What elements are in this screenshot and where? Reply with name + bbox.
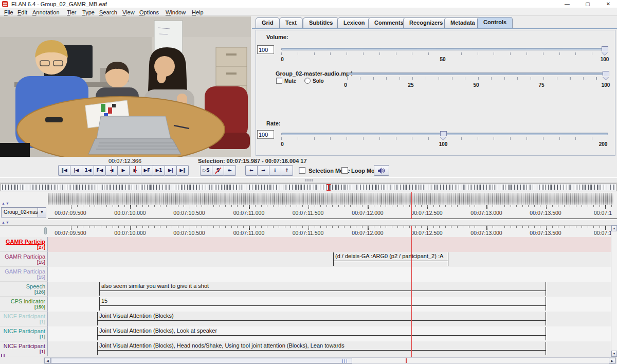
next-frame-button[interactable]: ▶F (141, 165, 153, 176)
collapse-expand-icon[interactable]: ▲▼ (2, 202, 10, 205)
pixel-right-button[interactable]: ▶ (129, 165, 141, 176)
previous-frame-button[interactable]: F◀ (94, 165, 106, 176)
tier-label-nice-participant-3[interactable]: NICE Participant [1] (0, 341, 48, 356)
menu-help[interactable]: Help (192, 9, 204, 16)
previous-scrollview-button[interactable]: |◀ (70, 165, 82, 176)
audio-toggle-button[interactable] (374, 165, 389, 176)
menu-file[interactable]: File (4, 9, 13, 16)
ruler-label: 00:07:11.500 (285, 230, 331, 236)
close-button[interactable]: ✕ (600, 0, 617, 8)
second-right-button[interactable]: ▶1 (153, 165, 165, 176)
volume-tick-50: 50 (427, 57, 458, 62)
ruler-label: 00:07:12.000 (344, 210, 391, 216)
solo-label: Solo (313, 78, 324, 84)
track-slider-thumb[interactable] (603, 71, 609, 76)
rate-input[interactable] (257, 130, 274, 139)
annotation-speech[interactable]: also seem similar you want to give it a … (99, 282, 546, 296)
annotation-cps[interactable]: 15 (99, 297, 546, 311)
selection-right-button[interactable]: → (257, 165, 269, 176)
tab-controls[interactable]: Controls (477, 17, 513, 28)
tier-row: GAMR Particip [27] (0, 237, 611, 252)
annotation-ruler-ticks (48, 226, 611, 230)
menu-window[interactable]: Window (166, 9, 186, 16)
volume-tick-0: 0 (267, 57, 298, 62)
tier-down-button[interactable]: ↓ (269, 165, 281, 176)
annotation-nice-2[interactable]: Joint Visual Attention (Blocks), Look at… (97, 327, 546, 340)
tier-label-cps-indicator[interactable]: CPS indicator [150] (0, 297, 48, 312)
chevron-down-icon[interactable]: ▼ (38, 208, 46, 217)
tab-metadata[interactable]: Metadata (444, 17, 481, 28)
current-time: 00:07:12.366 (89, 158, 161, 164)
scroll-up-icon[interactable]: ▲ (611, 225, 617, 231)
tier-handle-marks (1, 354, 6, 357)
go-to-begin-button[interactable]: ‖◀ (58, 165, 70, 176)
pixel-left-button[interactable]: ◀ (105, 165, 118, 176)
minimize-button[interactable]: — (558, 0, 576, 8)
play-pause-button[interactable]: ▶ (117, 165, 130, 176)
vertical-scrollbar[interactable]: ▲ ▼ (611, 225, 617, 357)
tier-label-nice-participant-1[interactable]: NICE Participant [1] (0, 312, 48, 326)
menu-options[interactable]: Options (139, 9, 159, 16)
menu-search[interactable]: Search (99, 9, 117, 16)
menu-annotation[interactable]: Annotation (32, 9, 60, 16)
ruler-label: 00:07:1 (594, 230, 611, 236)
collapse-expand-icon[interactable]: ▲▼ (2, 221, 10, 224)
solo-radio[interactable] (304, 78, 311, 84)
scroll-down-icon[interactable]: ▼ (611, 351, 617, 357)
waveform-ruler-row[interactable]: 00:07:09.500 00:07:10.000 00:07:10.500 0… (0, 205, 617, 220)
menu-edit[interactable]: Edit (17, 9, 27, 16)
crosshair-to-selection-button[interactable]: ⇤ (224, 165, 236, 176)
tab-lexicon[interactable]: Lexicon (337, 17, 371, 28)
ruler-label: 00:07:11.000 (226, 210, 272, 216)
selection-mode-checkbox[interactable] (299, 167, 305, 174)
annotation-nice-1[interactable]: Joint Visual Attention (Blocks) (97, 312, 546, 325)
menu-view[interactable]: View (122, 9, 135, 16)
tab-recognizers[interactable]: Recognizers (403, 17, 449, 28)
volume-slider-thumb[interactable] (602, 46, 608, 51)
ruler-label: 00:07:13.500 (522, 230, 569, 236)
tier-label-gamr-particip-3[interactable]: GAMR Participa [15] (0, 267, 48, 282)
tab-subtitles[interactable]: Subtitles (303, 17, 339, 28)
tier-panel-grip[interactable] (44, 227, 47, 234)
waveform[interactable] (48, 193, 613, 205)
selection-left-button[interactable]: ← (245, 165, 258, 176)
tier-label-speech[interactable]: Speech [126] (0, 282, 48, 297)
annotation-deixis[interactable]: (d / deixis-GA :ARG0 (p2 / participant_2… (333, 252, 448, 266)
density-bar[interactable] (1, 183, 616, 191)
tier-up-button[interactable]: ↑ (281, 165, 293, 176)
splitter-grip[interactable] (305, 179, 314, 181)
track-volume-slider[interactable] (347, 72, 609, 75)
ruler-label: 00:07:11.000 (226, 230, 272, 236)
rate-tick-0: 0 (267, 141, 298, 147)
play-selection-button[interactable]: ▷S (200, 165, 212, 176)
volume-slider[interactable] (281, 48, 608, 50)
go-to-end-button[interactable]: ▶‖ (176, 165, 189, 176)
loop-mode-checkbox[interactable] (341, 167, 348, 174)
tier-content-gamr-particip-1[interactable] (48, 237, 611, 252)
scroll-left-icon[interactable]: ◀ (44, 358, 51, 363)
next-scrollview-button[interactable]: ▶| (165, 165, 177, 176)
tier-content-gamr-particip-2[interactable] (48, 252, 611, 267)
menu-tier[interactable]: Tier (67, 9, 77, 16)
volume-input[interactable] (257, 45, 274, 54)
horizontal-scrollbar[interactable]: ◀ ▶ (44, 357, 616, 364)
tier-content-gamr-particip-3[interactable] (48, 267, 611, 282)
maximize-button[interactable]: ▢ (579, 0, 596, 8)
annotation-nice-3[interactable]: Joint Visual Attention (Blocks), Head no… (97, 342, 546, 355)
ruler-label: 00:07:13.500 (522, 210, 569, 216)
mute-checkbox[interactable] (276, 78, 282, 84)
second-left-button[interactable]: 1◀ (82, 165, 94, 176)
tier-label-gamr-particip-2[interactable]: GAMR Participa [15] (0, 252, 48, 267)
tier-label-nice-participant-2[interactable]: NICE Participant [1] (0, 326, 48, 341)
clear-selection-button[interactable]: S (212, 165, 224, 176)
tier-label-gamr-particip-1[interactable]: GAMR Particip [27] (0, 237, 48, 252)
horizontal-scrollbar-thumb[interactable] (51, 358, 352, 363)
track-selector-dropdown[interactable]: Group_02-mast... ▼ (1, 207, 46, 217)
menu-type[interactable]: Type (82, 9, 95, 16)
tab-grid[interactable]: Grid (256, 17, 280, 28)
annotation-ruler[interactable]: 00:07:09.500 00:07:10.000 00:07:10.500 0… (0, 226, 611, 237)
mute-label: Mute (284, 78, 296, 84)
tab-text[interactable]: Text (279, 17, 303, 28)
rate-slider-thumb[interactable] (440, 131, 447, 136)
scroll-right-icon[interactable]: ▶ (609, 358, 615, 363)
